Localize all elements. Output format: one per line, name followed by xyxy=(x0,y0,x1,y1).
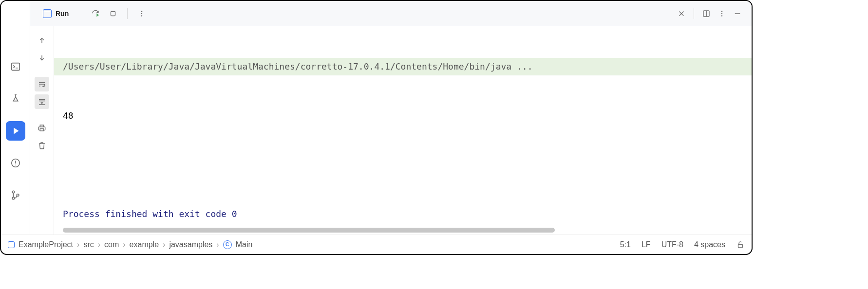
line-separator[interactable]: LF xyxy=(642,240,651,249)
console-output-line: 48 xyxy=(54,107,752,125)
svg-point-6 xyxy=(141,11,142,12)
vcs-tool-button[interactable] xyxy=(6,185,25,205)
breadcrumb-item[interactable]: Main xyxy=(236,240,253,249)
indent-setting[interactable]: 4 spaces xyxy=(694,240,725,249)
svg-rect-5 xyxy=(111,11,115,16)
divider xyxy=(694,8,694,19)
left-tool-strip xyxy=(1,1,30,235)
rerun-button[interactable] xyxy=(89,7,102,20)
more-actions-button[interactable] xyxy=(135,7,148,20)
scroll-down-button[interactable] xyxy=(35,51,49,65)
svg-rect-0 xyxy=(11,63,19,71)
console-output[interactable]: /Users/User/Library/Java/JavaVirtualMach… xyxy=(54,26,752,235)
run-header: Run xyxy=(30,1,752,26)
console-exit-line: Process finished with exit code 0 xyxy=(54,205,752,223)
chevron-right-icon: › xyxy=(77,240,79,249)
svg-point-8 xyxy=(141,15,142,16)
svg-point-4 xyxy=(17,194,19,197)
scroll-up-button[interactable] xyxy=(35,33,49,48)
soft-wrap-button[interactable] xyxy=(35,77,49,91)
class-icon: C xyxy=(223,240,232,249)
run-config-label: Run xyxy=(56,10,69,18)
svg-point-12 xyxy=(721,15,722,16)
run-config-tab[interactable]: Run xyxy=(38,6,74,21)
svg-point-3 xyxy=(12,197,15,199)
svg-point-7 xyxy=(141,13,142,14)
clear-all-button[interactable] xyxy=(35,138,49,153)
chevron-right-icon: › xyxy=(98,240,100,249)
breadcrumb-item[interactable]: src xyxy=(83,240,94,249)
build-tool-button[interactable] xyxy=(6,89,25,108)
svg-point-2 xyxy=(12,191,15,193)
breadcrumb-item[interactable]: com xyxy=(104,240,119,249)
breadcrumb: ExampleProject › src › com › example › j… xyxy=(8,240,252,249)
console-command-line: /Users/User/Library/Java/JavaVirtualMach… xyxy=(54,58,752,75)
svg-point-11 xyxy=(721,13,722,14)
chevron-right-icon: › xyxy=(216,240,219,249)
chevron-right-icon: › xyxy=(163,240,165,249)
svg-rect-13 xyxy=(738,244,743,248)
app-icon xyxy=(43,9,52,18)
run-tool-button[interactable] xyxy=(6,121,25,141)
hide-panel-button[interactable] xyxy=(731,7,744,20)
svg-rect-9 xyxy=(703,11,709,17)
file-encoding[interactable]: UTF-8 xyxy=(661,240,683,249)
unlock-icon[interactable] xyxy=(736,240,745,249)
breadcrumb-item[interactable]: ExampleProject xyxy=(19,240,73,249)
scroll-to-end-button[interactable] xyxy=(35,94,49,109)
breadcrumb-item[interactable]: example xyxy=(130,240,159,249)
close-panel-button[interactable] xyxy=(675,7,688,20)
console-toolbar xyxy=(30,26,54,235)
print-button[interactable] xyxy=(35,121,49,135)
module-icon xyxy=(8,241,15,248)
status-bar: ExampleProject › src › com › example › j… xyxy=(1,235,752,254)
options-button[interactable] xyxy=(716,7,728,20)
breadcrumb-item[interactable]: javasamples xyxy=(169,240,212,249)
run-tool-window: Run xyxy=(30,1,752,235)
horizontal-scrollbar[interactable] xyxy=(63,228,555,233)
cursor-position[interactable]: 5:1 xyxy=(620,240,631,249)
console-blank-line xyxy=(54,156,752,174)
divider xyxy=(127,8,128,19)
svg-point-10 xyxy=(721,11,722,12)
chevron-right-icon: › xyxy=(123,240,125,249)
layout-settings-button[interactable] xyxy=(700,7,713,20)
stop-button[interactable] xyxy=(107,7,119,20)
problems-tool-button[interactable] xyxy=(6,153,25,173)
terminal-tool-button[interactable] xyxy=(6,57,25,76)
